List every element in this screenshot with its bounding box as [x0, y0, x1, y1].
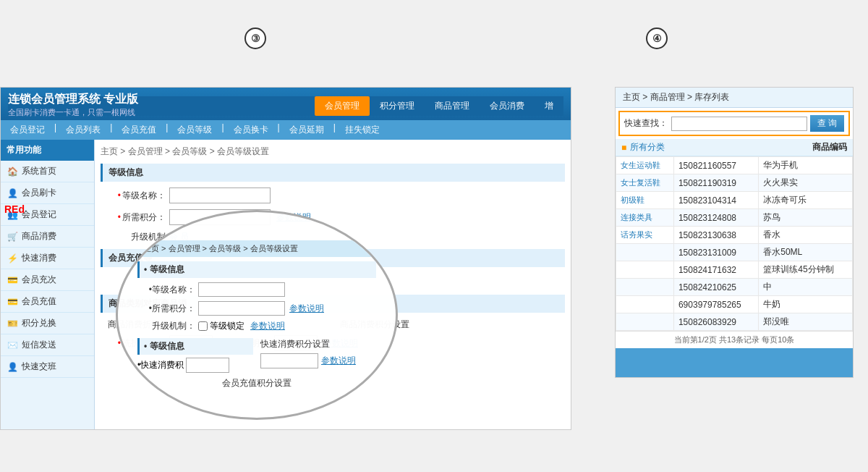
- sidebar-item-points[interactable]: 🎫 积分兑换: [1, 313, 94, 334]
- nav-tab-consume[interactable]: 会员消费: [480, 96, 535, 116]
- right-panel: 主页 > 商品管理 > 库存列表 快速查找： 查 询 ■ 所有分类 商品编码 女…: [615, 87, 854, 378]
- sidebar-label-register: 会员登记: [22, 208, 56, 221]
- sidebar-item-home[interactable]: 🏠 系统首页: [1, 161, 94, 182]
- zoom-quick-points-setting-input[interactable]: [260, 353, 318, 368]
- house-icon: 🏠: [7, 166, 18, 177]
- search-input[interactable]: [671, 117, 807, 131]
- section-grade-info: 等级信息: [101, 164, 565, 182]
- product-8: 中: [759, 279, 853, 296]
- nav-tab-more[interactable]: 增: [535, 96, 563, 116]
- zoom-quick-left: • 等级信息 •快速消费积: [137, 338, 253, 373]
- product-3: 冰冻奇可乐: [759, 192, 853, 209]
- search-container: 快速查找： 查 询: [618, 111, 850, 136]
- code-9: 6903979785265: [673, 296, 758, 313]
- search-button[interactable]: 查 询: [810, 115, 844, 132]
- code-2: 150821190319: [673, 174, 758, 192]
- card-icon: 💳: [7, 274, 18, 286]
- sidebar-item-product[interactable]: 🛒 商品消费: [1, 226, 94, 248]
- table-row[interactable]: 初级鞋 150823104314 冰冻奇可乐: [616, 192, 853, 209]
- sidebar-label-sms: 短信发送: [22, 339, 56, 351]
- table-row[interactable]: 女生运动鞋 150821160557 华为手机: [616, 157, 853, 174]
- sidebar-label-recharge-times: 会员充次: [22, 274, 56, 286]
- table-row[interactable]: 连接类具 150823124808 苏鸟: [616, 209, 853, 227]
- sub-nav: 会员登记 | 会员列表 | 会员充值 | 会员等级 | 会员换卡 | 会员延期 …: [1, 120, 571, 140]
- annotation-3: ③: [244, 28, 266, 49]
- grade-points-label: 所需积分：: [108, 211, 166, 224]
- sub-nav-extend[interactable]: 会员延期: [284, 122, 330, 138]
- cat-female-dress[interactable]: 女士复活鞋: [621, 178, 660, 187]
- sidebar-item-quick[interactable]: ⚡ 快速消费: [1, 248, 94, 269]
- sub-nav-grade[interactable]: 会员等级: [171, 122, 218, 138]
- zoom-params-link-3[interactable]: 参数说明: [321, 355, 356, 367]
- zoom-quick-points-input[interactable]: [186, 358, 229, 373]
- sidebar-label-product: 商品消费: [22, 230, 56, 243]
- table-row[interactable]: 150824171632 篮球训练45分钟制: [616, 261, 853, 279]
- flash-icon: ⚡: [7, 253, 18, 264]
- zoom-quick-label: • 等级信息: [137, 338, 253, 355]
- zoom-quick-input-row: •快速消费积: [137, 358, 253, 373]
- zoom-grade-points-label: •所需积分：: [141, 303, 195, 315]
- card2-icon: 💳: [7, 296, 18, 308]
- cat-basic-shoe[interactable]: 初级鞋: [621, 195, 644, 204]
- product-code-header: 商品编码: [665, 141, 847, 153]
- table-row[interactable]: 女士复活鞋 150821190319 火火果实: [616, 174, 853, 192]
- red-label: REd: [4, 203, 25, 215]
- zoom-form-row-name: •等级名称：: [137, 282, 376, 297]
- sub-nav-register[interactable]: 会员登记: [4, 122, 51, 138]
- zoom-quick-points-setting-row: 参数说明: [260, 353, 376, 368]
- sidebar-item-recharge-times[interactable]: 💳 会员充次: [1, 269, 94, 291]
- zoom-quick-points-setting-label: 快速消费积分设置: [260, 338, 376, 350]
- product-7: 篮球训练45分钟制: [759, 261, 853, 279]
- grade-name-input[interactable]: [169, 187, 271, 203]
- code-7: 150824171632: [673, 261, 758, 279]
- table-row[interactable]: 150824210625 中: [616, 279, 853, 296]
- cat-fruit[interactable]: 话夯果实: [621, 230, 652, 239]
- sub-nav-card[interactable]: 会员换卡: [228, 122, 274, 138]
- form-row-name: 等级名称：: [101, 187, 565, 203]
- zoom-grade-lock-checkbox[interactable]: [198, 321, 208, 331]
- sidebar-item-recharge[interactable]: 💳 会员充值: [1, 291, 94, 313]
- sub-nav-list[interactable]: 会员列表: [60, 122, 106, 138]
- cat-female-sport[interactable]: 女生运动鞋: [621, 161, 660, 169]
- form-row-points: 所需积分： 参数说明: [101, 209, 565, 225]
- zoom-form-row-points: •所需积分： 参数说明: [137, 301, 376, 316]
- sms-icon: ✉️: [7, 340, 18, 351]
- express-icon: 👤: [7, 361, 18, 373]
- table-row[interactable]: 150826083929 郑没唯: [616, 313, 853, 331]
- table-row[interactable]: 6903979785265 牛奶: [616, 296, 853, 313]
- table-row[interactable]: 150823131009 香水50ML: [616, 244, 853, 261]
- nav-tab-member[interactable]: 会员管理: [315, 96, 370, 116]
- grade-name-label: 等级名称：: [108, 190, 166, 202]
- code-3: 150823104314: [673, 192, 758, 209]
- zoom-recharge-label: 会员充值积分设置: [137, 377, 376, 389]
- nav-tab-points[interactable]: 积分管理: [370, 96, 425, 116]
- sidebar-label-shift: 快速交班: [22, 361, 56, 373]
- category-label: 所有分类: [630, 141, 665, 153]
- zoom-params-link[interactable]: 参数说明: [289, 303, 324, 315]
- zoom-upgrade-label: 升级机制：: [141, 320, 195, 332]
- inventory-table: 女生运动鞋 150821160557 华为手机 女士复活鞋 1508211903…: [616, 156, 853, 331]
- zoom-grade-points-input[interactable]: [198, 301, 285, 316]
- sidebar-item-shift[interactable]: 👤 快速交班: [1, 356, 94, 378]
- code-5: 150823130638: [673, 227, 758, 244]
- sidebar-label-recharge: 会员充值: [22, 295, 56, 308]
- table-row[interactable]: 话夯果实 150823130638 香水: [616, 227, 853, 244]
- pagination-info: 当前第1/2页 共13条记录 每页10条: [616, 331, 853, 348]
- zoom-grade-lock-label: 等级锁定: [210, 320, 244, 332]
- code-1: 150821160557: [673, 157, 758, 174]
- zoom-grade-name-input[interactable]: [198, 282, 285, 297]
- sidebar-item-sms[interactable]: ✉️ 短信发送: [1, 334, 94, 356]
- zoom-grade-name-label: •等级名称：: [141, 284, 195, 296]
- code-6: 150823131009: [673, 244, 758, 261]
- search-label: 快速查找：: [624, 117, 668, 130]
- zoom-quick-section: • 等级信息 •快速消费积 快速消费积分设置 参数说明: [137, 338, 376, 373]
- sidebar: 常用功能 🏠 系统首页 👤 会员刷卡 👥 会员登记 🛒 商品消费 ⚡ 快速消费: [1, 140, 95, 429]
- sidebar-item-card[interactable]: 👤 会员刷卡: [1, 182, 94, 204]
- sub-nav-recharge[interactable]: 会员充值: [116, 122, 162, 138]
- zoom-params-link-2[interactable]: 参数说明: [250, 320, 285, 332]
- sidebar-label-points: 积分兑换: [22, 317, 56, 329]
- nav-tab-product[interactable]: 商品管理: [425, 96, 480, 116]
- sidebar-label-card: 会员刷卡: [22, 187, 56, 199]
- cat-connect[interactable]: 连接类具: [621, 213, 652, 222]
- sub-nav-lock[interactable]: 挂失锁定: [339, 122, 386, 138]
